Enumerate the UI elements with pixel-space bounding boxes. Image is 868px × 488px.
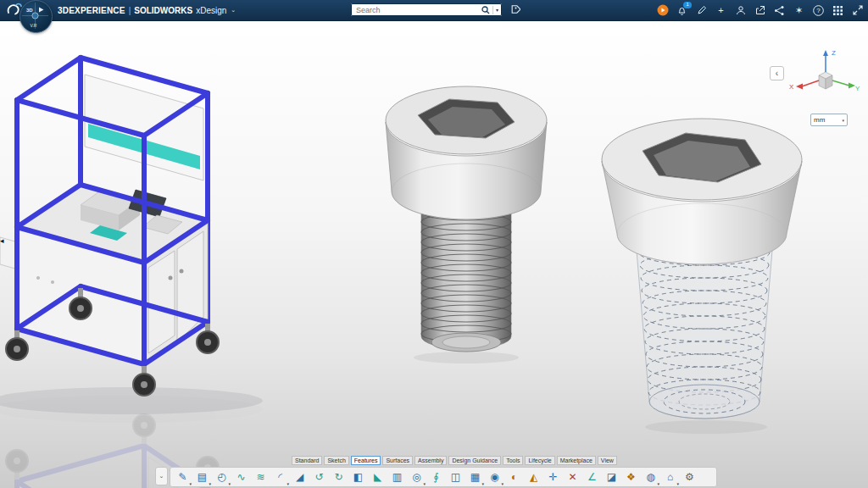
tab-features[interactable]: Features (351, 456, 381, 465)
play-icon[interactable] (39, 8, 44, 13)
notification-badge: 1 (683, 2, 692, 8)
shell-tool[interactable]: ◧ (349, 469, 367, 485)
3ds-compass-widget[interactable]: 3D V.R (19, 0, 53, 33)
features-toolbar: ✎ ▾ ▤ ▾ ◴ ▾ ∿ ≋ (170, 467, 717, 487)
units-value: mm (814, 116, 825, 124)
tab-surfaces[interactable]: Surfaces (382, 456, 413, 465)
share-icon[interactable] (754, 4, 766, 17)
y-axis-label: Y (855, 85, 860, 92)
svg-text:?: ? (816, 7, 821, 14)
app-title: 3DEXPERIENCE | SOLIDWORKS xDesign ⌄ (58, 0, 236, 20)
circular-pattern-tool[interactable]: ◉ ▾ (486, 469, 504, 485)
chevron-down-icon: ▾ (209, 481, 211, 486)
x-axis-arrow-icon (796, 84, 803, 90)
model-machine-cart-assembly[interactable] (0, 24, 339, 488)
tab-view[interactable]: View (598, 456, 617, 465)
chevron-down-icon: ▾ (501, 481, 504, 486)
section-tool[interactable]: ◪ (603, 469, 620, 485)
z-axis-arrow-icon (823, 50, 828, 56)
tab-design-guidance[interactable]: Design Guidance (448, 456, 501, 465)
appearance-tool[interactable]: ❖ (622, 469, 640, 485)
y-axis-arrow-icon (849, 83, 855, 89)
units-dropdown[interactable]: mm ▾ (810, 114, 848, 126)
linear-pattern-tool[interactable]: ▦ ▾ (466, 469, 484, 485)
brand-platform: 3DEXPERIENCE (58, 6, 125, 15)
model-socket-head-cap-screw-solid[interactable] (371, 78, 566, 383)
search-area: ▾ (351, 3, 521, 16)
redo-tool[interactable]: ↻ (330, 469, 348, 485)
sketch-tool[interactable]: ✎ ▾ (174, 469, 192, 485)
chamfer-tool[interactable]: ◢ (291, 469, 309, 485)
thread-tool[interactable]: ∮ (427, 469, 445, 485)
3d-viewport[interactable]: ‹ Z X Y mm ▾ ◂ Standard Sketch Features … (0, 20, 868, 488)
settings-tool[interactable]: ⚙ (681, 469, 698, 485)
tab-standard[interactable]: Standard (292, 456, 322, 465)
tag-icon[interactable] (509, 3, 521, 16)
chevron-down-icon: ▾ (481, 481, 484, 486)
apps-grid-icon[interactable] (832, 4, 844, 17)
compass-vr-label: V.R (31, 23, 37, 28)
tab-sketch[interactable]: Sketch (324, 456, 348, 465)
tab-lifecycle[interactable]: Lifecycle (525, 456, 554, 465)
top-bar: 3DEXPERIENCE | SOLIDWORKS xDesign ⌄ ▾ 1 (0, 0, 868, 21)
brand-separator: | (129, 6, 131, 15)
measure-tool[interactable]: ∠ (583, 469, 601, 485)
search-icon[interactable] (481, 3, 490, 18)
tab-tools[interactable]: Tools (503, 456, 523, 465)
cart-door-left (148, 251, 175, 353)
edit-pen-icon[interactable] (695, 4, 708, 17)
top-bar-icons: 1 + ✶ ? (656, 0, 864, 20)
tab-marketplace[interactable]: Marketplace (557, 456, 596, 465)
revolve-tool[interactable]: ◴ ▾ (213, 469, 231, 485)
chevron-down-icon[interactable]: ⌄ (231, 7, 236, 14)
search-bar[interactable]: ▾ (351, 3, 502, 16)
search-input[interactable] (354, 5, 479, 15)
axis-triad[interactable]: Z X Y (788, 47, 860, 114)
extrude-tool[interactable]: ▤ ▾ (193, 469, 211, 485)
user-icon[interactable] (734, 4, 747, 17)
x-axis-label: X (789, 83, 794, 91)
chevron-down-icon: ▾ (676, 481, 679, 486)
chevron-down-icon: ▾ (423, 481, 426, 486)
mirror-tool[interactable]: ◫ (447, 469, 465, 485)
chevron-down-icon: ▾ (189, 481, 192, 486)
chevron-down-icon: ▾ (228, 481, 231, 486)
help-icon[interactable]: ? (812, 4, 825, 17)
chevron-down-icon: ▾ (657, 481, 659, 486)
sweep-tool[interactable]: ∿ (232, 469, 250, 485)
add-icon[interactable]: + (715, 4, 727, 17)
delete-face-tool[interactable]: ✕ (564, 469, 581, 485)
fullscreen-icon[interactable] (851, 4, 864, 17)
draft-tool[interactable]: ◣ (369, 469, 387, 485)
hole-tool[interactable]: ◎ ▾ (408, 469, 426, 485)
undo-tool[interactable]: ↺ (310, 469, 328, 485)
display-style-tool[interactable]: ◍ ▾ (642, 469, 659, 485)
brand-product: SOLIDWORKS (134, 6, 192, 15)
toolbar-overflow-button[interactable]: ⌄ (155, 467, 168, 485)
z-axis-label: Z (832, 49, 836, 57)
bolt-shank (421, 203, 511, 349)
rib-tool[interactable]: ▥ (388, 469, 406, 485)
compass-globe-icon (32, 13, 38, 19)
toolbar-area: ⌄ ✎ ▾ ▤ ▾ ◴ ▾ ∿ (155, 467, 717, 487)
compass-play-icon[interactable] (656, 4, 669, 17)
notifications-bell-icon[interactable]: 1 (676, 4, 688, 17)
view-orientation-tool[interactable]: ⌂ ▾ (661, 469, 679, 485)
combine-tool[interactable]: ◐ (505, 469, 523, 485)
tab-assembly[interactable]: Assembly (415, 456, 447, 465)
move-tool[interactable]: ✛ (544, 469, 562, 485)
panel-collapse-button[interactable]: ‹ (770, 66, 784, 80)
search-divider (492, 6, 493, 14)
loft-tool[interactable]: ≋ (252, 469, 270, 485)
collaboration-network-icon[interactable] (773, 4, 786, 17)
compass-3d-label: 3D (26, 8, 33, 13)
split-tool[interactable]: ◭ (525, 469, 542, 485)
assistant-spark-icon[interactable]: ✶ (793, 4, 805, 17)
fillet-tool[interactable]: ◜ ▾ (271, 469, 289, 485)
app-switcher[interactable]: xDesign (196, 6, 226, 15)
panel-flyout-arrow[interactable]: ◂ (0, 237, 4, 245)
chevron-down-icon: ▾ (842, 118, 844, 123)
search-options-chevron-icon[interactable]: ▾ (496, 7, 498, 13)
model-socket-head-cap-screw-transparent[interactable] (587, 107, 816, 446)
chevron-down-icon: ▾ (287, 481, 289, 486)
